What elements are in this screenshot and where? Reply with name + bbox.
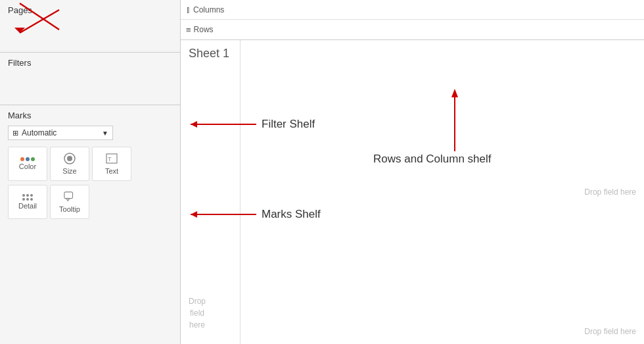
columns-label-text: Columns xyxy=(193,5,224,14)
text-button-label: Text xyxy=(105,167,118,175)
detail-icon xyxy=(22,194,33,201)
marks-dropdown-arrow-icon: ▼ xyxy=(102,130,108,137)
tooltip-button-label: Tooltip xyxy=(59,205,80,213)
sidebar: Pages Filters Marks ⊞ Automatic ▼ xyxy=(0,0,181,344)
svg-marker-5 xyxy=(66,199,70,201)
pages-section: Pages xyxy=(0,0,180,53)
filters-section: Filters xyxy=(0,53,180,105)
rows-label-text: Rows xyxy=(194,25,214,34)
dot-teal xyxy=(31,157,35,161)
marks-buttons-top-row: Color Size xyxy=(8,147,172,181)
pages-label: Pages xyxy=(8,5,172,15)
size-button-label: Size xyxy=(62,167,76,175)
filters-label: Filters xyxy=(8,58,172,68)
marks-color-button[interactable]: Color xyxy=(8,147,47,181)
svg-text:T: T xyxy=(108,156,112,162)
columns-shelf-row: ⫿ Columns xyxy=(181,0,644,20)
color-dots-icon xyxy=(20,157,35,161)
marks-size-button[interactable]: Size xyxy=(50,147,89,181)
drop-field-left: Dropfieldhere xyxy=(189,295,206,331)
dot-orange xyxy=(20,157,24,161)
text-icon: T xyxy=(105,153,118,166)
svg-point-1 xyxy=(67,156,72,161)
content-area: ⫿ Columns ≡ Rows Sheet 1 Drop field here… xyxy=(181,0,644,344)
marks-label: Marks xyxy=(8,111,172,120)
columns-icon: ⫿ xyxy=(186,5,191,14)
rows-icon: ≡ xyxy=(186,25,191,35)
marks-tooltip-button[interactable]: Tooltip xyxy=(50,185,89,219)
main-layout: Pages Filters Marks ⊞ Automatic ▼ xyxy=(0,0,644,344)
sheet-title: Sheet 1 xyxy=(189,47,229,61)
shelf-area: ⫿ Columns ≡ Rows xyxy=(181,0,644,40)
marks-type-label: Automatic xyxy=(22,128,57,137)
marks-detail-button[interactable]: Detail xyxy=(8,185,47,219)
detail-button-label: Detail xyxy=(18,202,37,210)
rows-shelf-row: ≡ Rows xyxy=(181,20,644,39)
marks-type-icon: ⊞ xyxy=(12,129,18,137)
canvas-vertical-divider xyxy=(240,40,241,344)
marks-section: Marks ⊞ Automatic ▼ Color xyxy=(0,105,180,344)
color-button-label: Color xyxy=(19,162,36,170)
svg-rect-4 xyxy=(64,192,73,199)
drop-field-bottom-right: Drop field here xyxy=(584,327,636,336)
rows-shelf-label: ≡ Rows xyxy=(186,25,245,35)
marks-buttons-bottom-row: Detail Tooltip xyxy=(8,185,172,219)
tooltip-icon xyxy=(63,191,76,204)
size-icon xyxy=(63,153,76,166)
marks-type-dropdown[interactable]: ⊞ Automatic ▼ xyxy=(8,126,113,140)
drop-field-right: Drop field here xyxy=(584,187,636,197)
marks-text-button[interactable]: T Text xyxy=(92,147,131,181)
canvas-area: Sheet 1 Drop field here Drop field here … xyxy=(181,40,644,344)
dot-blue xyxy=(26,157,30,161)
columns-shelf-label: ⫿ Columns xyxy=(186,5,245,14)
